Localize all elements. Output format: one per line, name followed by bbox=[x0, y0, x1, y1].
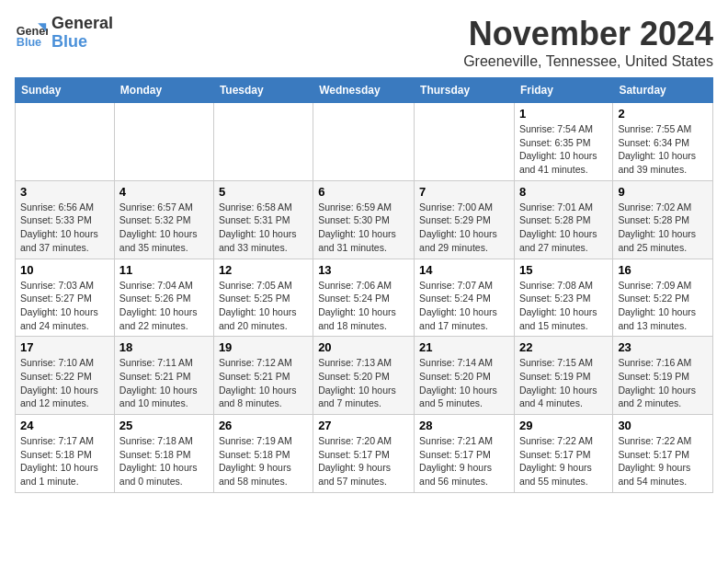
calendar-cell: 29Sunrise: 7:22 AM Sunset: 5:17 PM Dayli… bbox=[514, 415, 612, 493]
weekday-header-wednesday: Wednesday bbox=[313, 78, 415, 103]
day-info: Sunrise: 7:04 AM Sunset: 5:26 PM Dayligh… bbox=[119, 279, 209, 333]
day-number: 9 bbox=[618, 185, 708, 199]
day-number: 7 bbox=[419, 185, 509, 199]
day-number: 16 bbox=[618, 263, 708, 277]
calendar-week-5: 24Sunrise: 7:17 AM Sunset: 5:18 PM Dayli… bbox=[16, 415, 713, 493]
day-info: Sunrise: 7:01 AM Sunset: 5:28 PM Dayligh… bbox=[519, 201, 608, 255]
calendar-cell: 20Sunrise: 7:13 AM Sunset: 5:20 PM Dayli… bbox=[313, 337, 415, 415]
day-number: 18 bbox=[119, 340, 209, 354]
day-number: 17 bbox=[20, 340, 109, 354]
calendar-cell: 22Sunrise: 7:15 AM Sunset: 5:19 PM Dayli… bbox=[514, 337, 612, 415]
day-info: Sunrise: 7:10 AM Sunset: 5:22 PM Dayligh… bbox=[20, 356, 109, 410]
weekday-header-friday: Friday bbox=[514, 78, 612, 103]
calendar-cell: 7Sunrise: 7:00 AM Sunset: 5:29 PM Daylig… bbox=[415, 180, 515, 259]
day-number: 13 bbox=[318, 263, 409, 277]
day-number: 25 bbox=[119, 419, 209, 432]
calendar-cell bbox=[313, 103, 415, 181]
svg-text:Blue: Blue bbox=[17, 36, 41, 49]
calendar-cell: 1Sunrise: 7:54 AM Sunset: 6:35 PM Daylig… bbox=[514, 103, 612, 181]
calendar-table: SundayMondayTuesdayWednesdayThursdayFrid… bbox=[15, 77, 713, 493]
day-info: Sunrise: 7:02 AM Sunset: 5:28 PM Dayligh… bbox=[618, 201, 708, 255]
calendar-cell bbox=[114, 103, 213, 181]
day-number: 22 bbox=[519, 340, 608, 354]
day-number: 1 bbox=[519, 107, 608, 121]
day-number: 15 bbox=[519, 263, 608, 277]
day-info: Sunrise: 7:19 AM Sunset: 5:18 PM Dayligh… bbox=[219, 434, 308, 488]
day-number: 8 bbox=[519, 185, 608, 199]
day-number: 27 bbox=[318, 419, 409, 432]
day-info: Sunrise: 7:18 AM Sunset: 5:18 PM Dayligh… bbox=[119, 434, 209, 488]
day-number: 26 bbox=[219, 419, 308, 432]
weekday-header-tuesday: Tuesday bbox=[213, 78, 313, 103]
day-number: 30 bbox=[618, 419, 708, 432]
day-number: 3 bbox=[20, 185, 109, 199]
calendar-cell: 16Sunrise: 7:09 AM Sunset: 5:22 PM Dayli… bbox=[613, 259, 713, 337]
day-info: Sunrise: 7:14 AM Sunset: 5:20 PM Dayligh… bbox=[419, 356, 509, 410]
location: Greeneville, Tennessee, United States bbox=[463, 53, 713, 70]
day-info: Sunrise: 7:54 AM Sunset: 6:35 PM Dayligh… bbox=[519, 122, 608, 177]
calendar-week-3: 10Sunrise: 7:03 AM Sunset: 5:27 PM Dayli… bbox=[16, 259, 713, 337]
calendar-cell: 23Sunrise: 7:16 AM Sunset: 5:19 PM Dayli… bbox=[613, 337, 713, 415]
day-info: Sunrise: 7:22 AM Sunset: 5:17 PM Dayligh… bbox=[519, 434, 608, 488]
logo-icon: General Blue bbox=[15, 17, 48, 50]
weekday-header-sunday: Sunday bbox=[16, 78, 115, 103]
day-info: Sunrise: 6:57 AM Sunset: 5:32 PM Dayligh… bbox=[119, 201, 209, 255]
calendar-cell bbox=[16, 103, 115, 181]
day-number: 6 bbox=[318, 185, 409, 199]
calendar-cell: 18Sunrise: 7:11 AM Sunset: 5:21 PM Dayli… bbox=[114, 337, 213, 415]
calendar-cell: 4Sunrise: 6:57 AM Sunset: 5:32 PM Daylig… bbox=[114, 180, 213, 259]
day-info: Sunrise: 7:21 AM Sunset: 5:17 PM Dayligh… bbox=[419, 434, 509, 488]
day-number: 19 bbox=[219, 340, 308, 354]
day-number: 2 bbox=[618, 107, 708, 121]
day-number: 28 bbox=[419, 419, 509, 432]
day-number: 29 bbox=[519, 419, 608, 432]
day-info: Sunrise: 6:58 AM Sunset: 5:31 PM Dayligh… bbox=[219, 201, 308, 255]
calendar-cell: 14Sunrise: 7:07 AM Sunset: 5:24 PM Dayli… bbox=[415, 259, 515, 337]
day-number: 24 bbox=[20, 419, 109, 432]
calendar-cell bbox=[415, 103, 515, 181]
calendar-cell: 25Sunrise: 7:18 AM Sunset: 5:18 PM Dayli… bbox=[114, 415, 213, 493]
day-number: 5 bbox=[219, 185, 308, 199]
day-number: 14 bbox=[419, 263, 509, 277]
page-header: General Blue General Blue November 2024 … bbox=[15, 15, 713, 70]
calendar-week-1: 1Sunrise: 7:54 AM Sunset: 6:35 PM Daylig… bbox=[16, 103, 713, 181]
calendar-cell: 27Sunrise: 7:20 AM Sunset: 5:17 PM Dayli… bbox=[313, 415, 415, 493]
calendar-cell: 10Sunrise: 7:03 AM Sunset: 5:27 PM Dayli… bbox=[16, 259, 115, 337]
day-info: Sunrise: 7:09 AM Sunset: 5:22 PM Dayligh… bbox=[618, 279, 708, 333]
day-info: Sunrise: 7:13 AM Sunset: 5:20 PM Dayligh… bbox=[318, 356, 409, 410]
calendar-cell: 12Sunrise: 7:05 AM Sunset: 5:25 PM Dayli… bbox=[213, 259, 313, 337]
calendar-cell: 13Sunrise: 7:06 AM Sunset: 5:24 PM Dayli… bbox=[313, 259, 415, 337]
day-number: 20 bbox=[318, 340, 409, 354]
day-info: Sunrise: 7:11 AM Sunset: 5:21 PM Dayligh… bbox=[119, 356, 209, 410]
calendar-cell: 19Sunrise: 7:12 AM Sunset: 5:21 PM Dayli… bbox=[213, 337, 313, 415]
month-title: November 2024 bbox=[463, 15, 713, 53]
calendar-cell: 15Sunrise: 7:08 AM Sunset: 5:23 PM Dayli… bbox=[514, 259, 612, 337]
day-number: 11 bbox=[119, 263, 209, 277]
day-number: 10 bbox=[20, 263, 109, 277]
day-info: Sunrise: 7:00 AM Sunset: 5:29 PM Dayligh… bbox=[419, 201, 509, 255]
calendar-week-4: 17Sunrise: 7:10 AM Sunset: 5:22 PM Dayli… bbox=[16, 337, 713, 415]
calendar-cell: 2Sunrise: 7:55 AM Sunset: 6:34 PM Daylig… bbox=[613, 103, 713, 181]
day-info: Sunrise: 7:55 AM Sunset: 6:34 PM Dayligh… bbox=[618, 122, 708, 177]
logo-text-general: General bbox=[51, 15, 113, 33]
day-info: Sunrise: 7:20 AM Sunset: 5:17 PM Dayligh… bbox=[318, 434, 409, 488]
day-info: Sunrise: 7:12 AM Sunset: 5:21 PM Dayligh… bbox=[219, 356, 308, 410]
day-number: 4 bbox=[119, 185, 209, 199]
day-info: Sunrise: 7:06 AM Sunset: 5:24 PM Dayligh… bbox=[318, 279, 409, 333]
day-info: Sunrise: 7:03 AM Sunset: 5:27 PM Dayligh… bbox=[20, 279, 109, 333]
calendar-cell: 9Sunrise: 7:02 AM Sunset: 5:28 PM Daylig… bbox=[613, 180, 713, 259]
day-number: 23 bbox=[618, 340, 708, 354]
day-info: Sunrise: 6:59 AM Sunset: 5:30 PM Dayligh… bbox=[318, 201, 409, 255]
day-info: Sunrise: 7:17 AM Sunset: 5:18 PM Dayligh… bbox=[20, 434, 109, 488]
calendar-cell: 6Sunrise: 6:59 AM Sunset: 5:30 PM Daylig… bbox=[313, 180, 415, 259]
calendar-cell: 5Sunrise: 6:58 AM Sunset: 5:31 PM Daylig… bbox=[213, 180, 313, 259]
day-info: Sunrise: 7:15 AM Sunset: 5:19 PM Dayligh… bbox=[519, 356, 608, 410]
day-info: Sunrise: 7:05 AM Sunset: 5:25 PM Dayligh… bbox=[219, 279, 308, 333]
calendar-cell: 11Sunrise: 7:04 AM Sunset: 5:26 PM Dayli… bbox=[114, 259, 213, 337]
day-number: 12 bbox=[219, 263, 308, 277]
day-info: Sunrise: 7:16 AM Sunset: 5:19 PM Dayligh… bbox=[618, 356, 708, 410]
calendar-cell: 3Sunrise: 6:56 AM Sunset: 5:33 PM Daylig… bbox=[16, 180, 115, 259]
calendar-cell: 28Sunrise: 7:21 AM Sunset: 5:17 PM Dayli… bbox=[415, 415, 515, 493]
calendar-cell: 30Sunrise: 7:22 AM Sunset: 5:17 PM Dayli… bbox=[613, 415, 713, 493]
calendar-cell: 8Sunrise: 7:01 AM Sunset: 5:28 PM Daylig… bbox=[514, 180, 612, 259]
